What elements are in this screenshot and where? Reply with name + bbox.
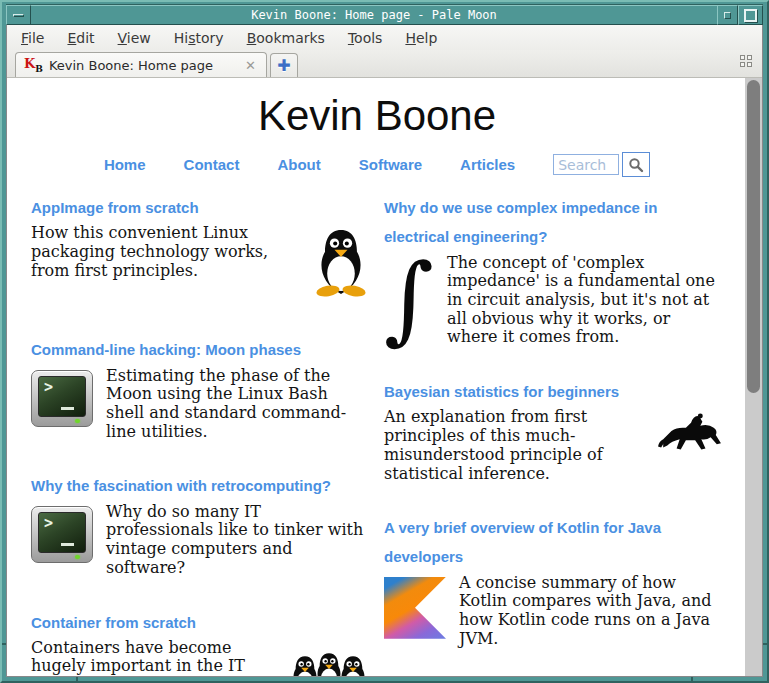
menu-item-help[interactable]: Help	[405, 30, 437, 46]
terminal-icon: >	[31, 506, 93, 563]
site-favicon-kb-icon: KB	[24, 57, 43, 74]
window-menu-dash-icon	[13, 14, 24, 17]
window-menu-button[interactable]	[6, 5, 31, 25]
article-body: The concept of 'complex impedance' is a …	[384, 254, 723, 348]
menubar: FileEditViewHistoryBookmarksToolsHelp	[7, 25, 762, 50]
article: Command-line hacking: Moon phases>Estima…	[31, 335, 370, 441]
new-tab-button[interactable]: ✚	[270, 53, 298, 77]
column-right: Why do we use complex impedance in elect…	[384, 193, 723, 676]
browser-window: Kevin Boone: Home page - Pale Moon FileE…	[0, 0, 769, 683]
window-title: Kevin Boone: Home page - Pale Moon	[31, 5, 717, 25]
menu-item-view[interactable]: View	[118, 30, 151, 46]
tab-grid-icon	[740, 55, 745, 60]
article-title[interactable]: Bayesian statistics for beginners	[384, 377, 723, 406]
terminal-icon: >	[31, 370, 93, 427]
menu-item-file[interactable]: File	[21, 30, 44, 46]
nav-link-articles[interactable]: Articles	[460, 156, 515, 173]
nav-link-home[interactable]: Home	[104, 156, 146, 173]
nav-link-contact[interactable]: Contact	[184, 156, 240, 173]
horse-rider-icon	[657, 411, 723, 459]
article-title[interactable]: AppImage from scratch	[31, 193, 370, 222]
article: AppImage from scratch How this convenien…	[31, 193, 370, 305]
article-title[interactable]: A very brief overview of Kotlin for Java…	[384, 513, 723, 572]
all-tabs-button[interactable]	[740, 55, 754, 69]
column-left: AppImage from scratch How this convenien…	[31, 193, 370, 676]
tab-title: Kevin Boone: Home page	[49, 58, 237, 73]
article: Container from scratch Containers have b…	[31, 608, 370, 677]
menu-item-history[interactable]: History	[174, 30, 224, 46]
window-shade-button[interactable]	[717, 5, 738, 25]
plus-icon: ✚	[277, 56, 290, 75]
tab-bar: KB Kevin Boone: Home page ✕ ✚	[7, 50, 762, 78]
integral-icon: ∫	[384, 260, 434, 339]
search-group	[553, 152, 650, 177]
article-title[interactable]: Why the fascination with retrocomputing?	[31, 471, 370, 500]
square-outline-icon	[744, 9, 757, 22]
article: Bayesian statistics for beginners An exp…	[384, 377, 723, 483]
article-title[interactable]: Container from scratch	[31, 608, 370, 637]
nav-link-about[interactable]: About	[277, 156, 320, 173]
site-nav: HomeContactAboutSoftwareArticles	[31, 152, 723, 177]
article: Why the fascination with retrocomputing?…	[31, 471, 370, 577]
tab-kevin-boone-home[interactable]: KB Kevin Boone: Home page ✕	[15, 52, 267, 77]
article-title[interactable]: Command-line hacking: Moon phases	[31, 335, 370, 364]
article: Why do we use complex impedance in elect…	[384, 193, 723, 347]
window-maximize-button[interactable]	[738, 5, 763, 25]
article: A very brief overview of Kotlin for Java…	[384, 513, 723, 648]
small-square-icon	[724, 12, 731, 19]
page-content: Kevin Boone HomeContactAboutSoftwareArti…	[7, 78, 762, 676]
window-titlebar[interactable]: Kevin Boone: Home page - Pale Moon	[6, 4, 763, 25]
page-title: Kevin Boone	[31, 92, 723, 140]
vertical-scrollbar[interactable]	[745, 78, 762, 676]
scrollbar-thumb[interactable]	[747, 80, 760, 393]
menu-item-tools[interactable]: Tools	[348, 30, 383, 46]
menu-item-edit[interactable]: Edit	[67, 30, 94, 46]
penguins-icon	[288, 642, 370, 676]
search-input[interactable]	[553, 154, 619, 175]
magnifier-icon	[628, 157, 644, 173]
nav-link-software[interactable]: Software	[359, 156, 422, 173]
tux-penguin-icon	[312, 227, 370, 301]
menu-item-bookmarks[interactable]: Bookmarks	[247, 30, 325, 46]
article-title[interactable]: Why do we use complex impedance in elect…	[384, 193, 723, 252]
tab-close-icon[interactable]: ✕	[243, 58, 258, 73]
search-button[interactable]	[622, 152, 650, 177]
